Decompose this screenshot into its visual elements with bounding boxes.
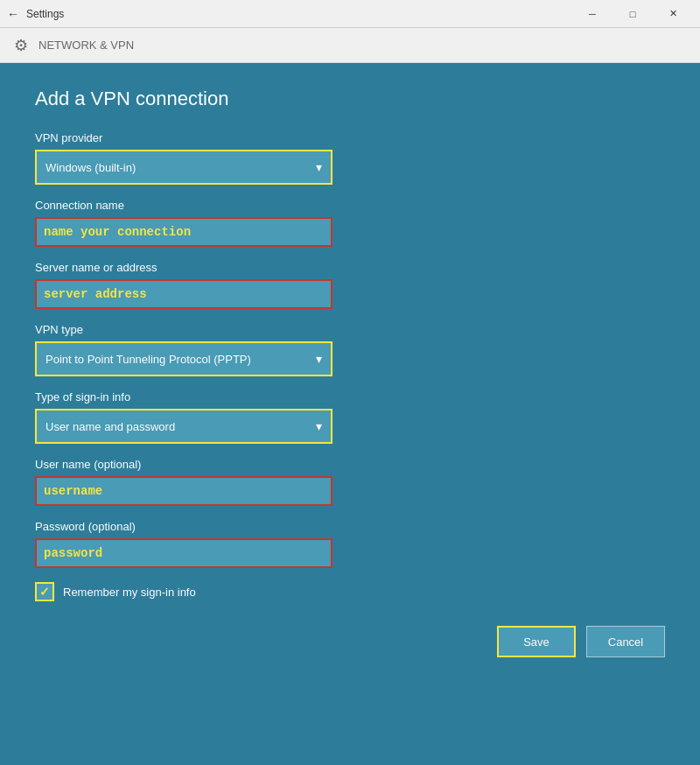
sign-in-type-label: Type of sign-in info — [35, 390, 665, 404]
page-title: Add a VPN connection — [35, 88, 665, 110]
title-bar-controls: ─ □ ✕ — [572, 0, 693, 28]
connection-name-input[interactable] — [35, 217, 332, 247]
sign-in-type-dropdown-container[interactable]: User name and password Smart card One-ti… — [35, 409, 332, 444]
vpn-type-label: VPN type — [35, 323, 665, 336]
vpn-provider-label: VPN provider — [35, 131, 665, 144]
back-arrow-icon[interactable]: ← — [7, 7, 19, 21]
vpn-provider-group: VPN provider Windows (built-in) Other — [35, 131, 665, 185]
title-bar-left: ← Settings — [7, 7, 64, 21]
sign-in-type-group: Type of sign-in info User name and passw… — [35, 390, 665, 444]
vpn-type-group: VPN type Point to Point Tunneling Protoc… — [35, 323, 665, 376]
password-input[interactable] — [35, 538, 332, 568]
password-group: Password (optional) — [35, 520, 665, 568]
settings-header-row: ⚙ NETWORK & VPN — [0, 28, 700, 63]
title-bar: ← Settings ─ □ ✕ — [0, 0, 700, 28]
remember-checkbox[interactable]: ✓ — [35, 582, 54, 601]
server-name-input[interactable] — [35, 279, 332, 309]
remember-row: ✓ Remember my sign-in info — [35, 582, 665, 601]
vpn-type-dropdown-container[interactable]: Point to Point Tunneling Protocol (PPTP)… — [35, 341, 332, 376]
vpn-type-select[interactable]: Point to Point Tunneling Protocol (PPTP)… — [37, 343, 331, 375]
remember-label: Remember my sign-in info — [63, 586, 196, 599]
buttons-row: Save Cancel — [35, 626, 665, 657]
title-bar-title: Settings — [26, 8, 64, 20]
close-button[interactable]: ✕ — [653, 0, 693, 28]
server-name-label: Server name or address — [35, 261, 665, 274]
checkbox-check-icon: ✓ — [39, 585, 50, 599]
vpn-provider-select[interactable]: Windows (built-in) Other — [37, 151, 331, 183]
connection-name-group: Connection name — [35, 199, 665, 247]
vpn-provider-dropdown-container[interactable]: Windows (built-in) Other — [35, 150, 332, 185]
minimize-button[interactable]: ─ — [572, 0, 612, 28]
maximize-button[interactable]: □ — [612, 0, 653, 28]
main-content: Add a VPN connection VPN provider Window… — [0, 63, 700, 765]
username-group: User name (optional) — [35, 458, 665, 506]
settings-header-title: NETWORK & VPN — [38, 39, 134, 52]
cancel-button[interactable]: Cancel — [586, 626, 665, 657]
connection-name-label: Connection name — [35, 199, 665, 212]
settings-gear-icon: ⚙ — [14, 36, 28, 55]
save-button[interactable]: Save — [497, 626, 576, 657]
password-label: Password (optional) — [35, 520, 665, 533]
server-name-group: Server name or address — [35, 261, 665, 309]
sign-in-type-select[interactable]: User name and password Smart card One-ti… — [37, 411, 331, 442]
username-label: User name (optional) — [35, 458, 665, 471]
username-input[interactable] — [35, 476, 332, 506]
